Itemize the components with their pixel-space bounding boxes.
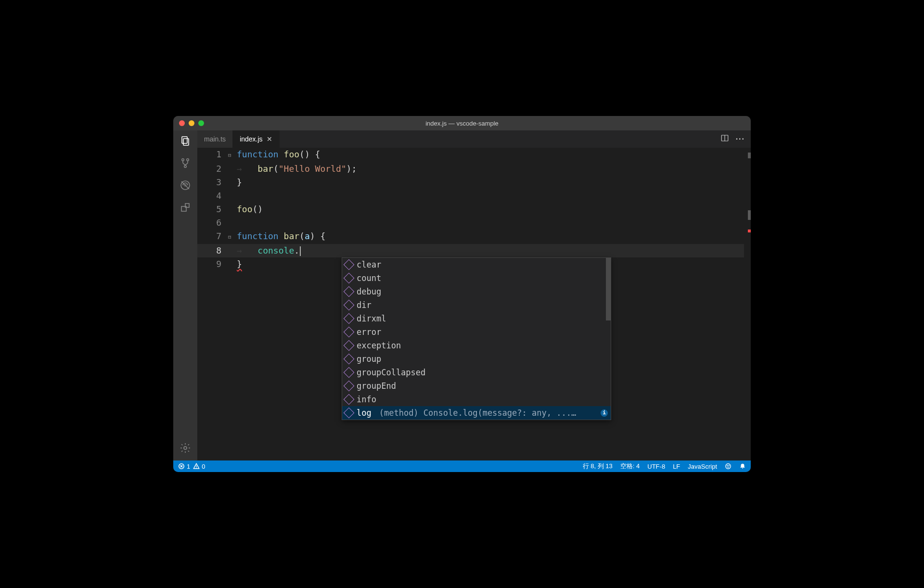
feedback-smiley-icon[interactable] [725, 463, 732, 470]
suggest-label: group [357, 352, 381, 366]
code-line[interactable]: 5foo() [197, 203, 751, 216]
suggest-item[interactable]: dir [342, 298, 611, 312]
suggest-item[interactable]: debug [342, 285, 611, 298]
status-language[interactable]: JavaScript [688, 463, 717, 470]
suggest-label: dir [357, 298, 372, 312]
info-icon[interactable]: i [601, 409, 608, 417]
line-number: 5 [197, 203, 228, 216]
maximize-window-button[interactable] [198, 120, 204, 126]
tab-index-js[interactable]: index.js ✕ [233, 130, 279, 148]
suggest-label: debug [357, 285, 381, 298]
suggest-label: groupEnd [357, 379, 396, 393]
suggest-item[interactable]: clear [342, 258, 611, 271]
explorer-icon[interactable] [179, 134, 192, 148]
close-icon[interactable]: ✕ [267, 135, 272, 143]
code-line[interactable]: 2→ bar("Hello World"); [197, 162, 751, 176]
suggest-item[interactable]: exception [342, 339, 611, 352]
suggest-item[interactable]: count [342, 271, 611, 285]
svg-point-15 [726, 464, 731, 469]
line-number: 4 [197, 189, 228, 203]
tab-main-ts[interactable]: main.ts [197, 130, 233, 148]
svg-rect-13 [196, 465, 197, 467]
fold-icon [228, 257, 237, 271]
suggest-label: groupCollapsed [357, 366, 425, 379]
code-line[interactable]: 3} [197, 176, 751, 189]
extensions-icon[interactable] [179, 201, 192, 214]
status-errors[interactable]: 1 [178, 463, 190, 470]
editor-area: main.ts index.js ✕ ··· [197, 130, 751, 460]
line-number: 8 [197, 244, 228, 257]
code-editor[interactable]: 1⊟function foo() {2→ bar("Hello World");… [197, 148, 751, 460]
code-line[interactable]: 6 [197, 216, 751, 230]
code-content[interactable]: function bar(a) { [237, 230, 325, 244]
status-indent[interactable]: 空格: 4 [620, 462, 640, 471]
method-icon [344, 259, 355, 270]
source-control-icon[interactable] [179, 156, 192, 170]
code-line[interactable]: 4 [197, 189, 751, 203]
overview-ruler[interactable] [744, 148, 751, 460]
status-line-col[interactable]: 行 8, 列 13 [583, 462, 613, 471]
method-icon [344, 394, 355, 405]
fold-icon[interactable]: ⊟ [228, 148, 237, 162]
line-number: 2 [197, 162, 228, 176]
code-content[interactable]: → bar("Hello World"); [237, 162, 357, 176]
status-bar: 1 0 行 8, 列 13 空格: 4 UTF-8 LF JavaScript [173, 460, 751, 472]
code-content[interactable]: function foo() { [237, 148, 320, 162]
suggest-label: log [357, 406, 372, 420]
fold-icon[interactable]: ⊟ [228, 230, 237, 244]
suggest-label: clear [357, 258, 381, 271]
suggest-item[interactable]: dirxml [342, 312, 611, 325]
svg-point-6 [184, 184, 187, 187]
suggest-scrollbar[interactable] [606, 258, 611, 320]
method-icon [344, 273, 355, 284]
svg-rect-14 [196, 468, 197, 468]
status-warnings[interactable]: 0 [193, 463, 205, 470]
suggest-item[interactable]: log(method) Console.log(message?: any, .… [342, 406, 611, 420]
code-line[interactable]: 8→ console. [197, 244, 751, 257]
suggest-item[interactable]: group [342, 352, 611, 366]
settings-gear-icon[interactable] [179, 441, 192, 455]
titlebar: index.js — vscode-sample [173, 116, 751, 130]
suggest-item[interactable]: groupEnd [342, 379, 611, 393]
traffic-lights [173, 120, 204, 126]
more-actions-icon[interactable]: ··· [736, 135, 745, 143]
status-eol[interactable]: LF [673, 463, 680, 470]
text-cursor [300, 246, 301, 256]
suggest-label: error [357, 325, 381, 339]
suggest-label: dirxml [357, 312, 386, 325]
code-content[interactable]: } [237, 176, 242, 189]
method-icon [344, 300, 355, 311]
svg-point-9 [184, 447, 187, 449]
suggest-label: count [357, 271, 381, 285]
suggest-item[interactable]: info [342, 393, 611, 406]
line-number: 7 [197, 230, 228, 244]
suggest-item[interactable]: groupCollapsed [342, 366, 611, 379]
debug-icon[interactable] [179, 179, 192, 192]
svg-point-2 [182, 159, 184, 161]
method-icon [344, 367, 355, 378]
line-number: 6 [197, 216, 228, 230]
split-editor-icon[interactable] [720, 134, 729, 144]
fold-icon [228, 244, 237, 257]
code-line[interactable]: 1⊟function foo() { [197, 148, 751, 162]
status-encoding[interactable]: UTF-8 [647, 463, 665, 470]
line-number: 9 [197, 257, 228, 271]
suggest-item[interactable]: error [342, 325, 611, 339]
notifications-bell-icon[interactable] [739, 463, 746, 470]
code-line[interactable]: 7⊟function bar(a) { [197, 230, 751, 244]
code-content[interactable]: → console. [237, 244, 301, 257]
code-content[interactable]: foo() [237, 203, 263, 216]
tab-bar: main.ts index.js ✕ ··· [197, 130, 751, 148]
svg-point-16 [727, 465, 728, 466]
method-icon [344, 381, 355, 392]
suggest-widget[interactable]: clearcountdebugdirdirxmlerrorexceptiongr… [342, 257, 611, 420]
vscode-window: index.js — vscode-sample [173, 116, 751, 472]
code-content[interactable]: } [237, 257, 242, 271]
suggest-doc: (method) Console.log(message?: any, ...… [379, 406, 597, 420]
minimize-window-button[interactable] [189, 120, 194, 126]
close-window-button[interactable] [179, 120, 185, 126]
fold-icon [228, 176, 237, 189]
svg-point-4 [184, 166, 186, 167]
fold-icon [228, 189, 237, 203]
tab-label: index.js [240, 135, 262, 143]
